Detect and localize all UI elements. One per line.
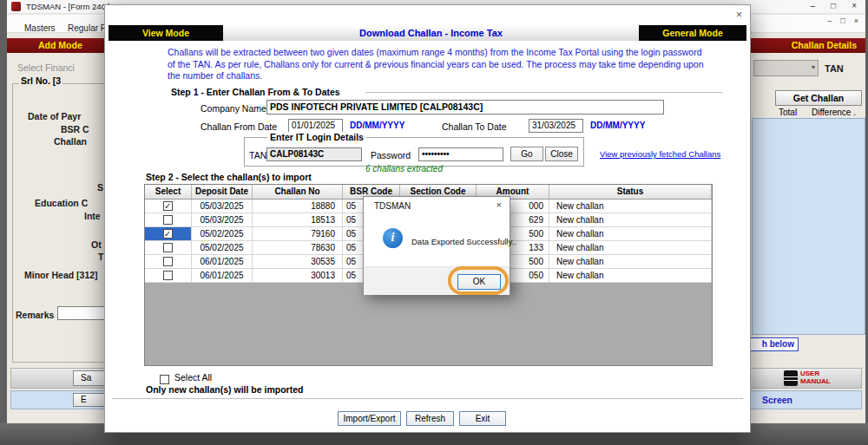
company-name-label: Company Name — [201, 103, 266, 114]
select-all-checkbox[interactable] — [160, 375, 169, 384]
to-date-label: Challan To Date — [442, 121, 507, 132]
from-date-format-hint: DD/MM/YYYY — [350, 121, 404, 130]
banner-challan-details[interactable]: Challan Details — [792, 40, 857, 50]
checkbox-icon[interactable] — [163, 229, 173, 239]
info-icon: i — [383, 228, 403, 248]
col-select[interactable]: Select — [145, 185, 192, 199]
company-name-input[interactable]: PDS INFOTECH PRIVATE LIMITED [CALP08143C… — [266, 100, 664, 115]
row2-deposit-date: 05/03/2025 — [192, 213, 253, 226]
dialog-close-icon[interactable]: × — [736, 9, 742, 21]
difference-column-header: Difference . — [812, 108, 856, 117]
bsr-code-label: BSR C — [61, 124, 89, 134]
row2-challan-no: 18513 — [253, 213, 343, 226]
interest-label: Inte — [84, 211, 101, 221]
step1-label: Step 1 - Enter Challan From & To Dates — [171, 87, 340, 97]
challans-extracted-note: 6 challans extracted — [365, 164, 443, 173]
password-field-label: Password — [371, 150, 411, 160]
general-mode-tab[interactable]: General Mode — [639, 25, 746, 41]
row3-select-cell[interactable] — [145, 227, 192, 240]
go-button[interactable]: Go — [510, 147, 543, 161]
row1-deposit-date: 05/03/2025 — [192, 200, 253, 213]
to-date-format-hint: DD/MM/YYYY — [590, 121, 645, 130]
import-export-button[interactable]: Import/Export — [338, 411, 401, 426]
exit-button[interactable]: Exit — [459, 411, 506, 426]
row3-status: New challan — [549, 227, 712, 240]
menu-masters[interactable]: Masters — [24, 23, 56, 33]
mdi-window-controls: – □ × — [827, 16, 858, 25]
message-box-title: TDSMAN — [374, 201, 411, 211]
checkbox-icon[interactable] — [163, 201, 173, 211]
srl-no-label: Srl No. [3 — [19, 75, 62, 86]
minor-head-label: Minor Head [312] — [24, 270, 98, 280]
remarks-label: Remarks — [16, 310, 54, 320]
challan-side-panel — [752, 118, 865, 335]
row6-select-cell[interactable] — [145, 269, 192, 282]
checkbox-icon[interactable] — [163, 271, 173, 280]
other-label: Ot — [91, 239, 102, 250]
close-icon[interactable]: × — [852, 1, 857, 10]
col-deposit-date[interactable]: Deposit Date — [192, 185, 253, 199]
import-note: Only new challan(s) will be imported — [146, 384, 303, 395]
row1-challan-no: 18880 — [253, 200, 343, 213]
mdi-minimize-icon[interactable]: – — [827, 16, 832, 25]
footer-divider — [112, 398, 743, 400]
banner-add-mode[interactable]: Add Mode — [38, 40, 82, 50]
dialog-description: Challans will be extracted between two g… — [168, 47, 704, 82]
window-controls: – □ × — [811, 1, 857, 10]
tan-input[interactable]: CALP08143C — [266, 147, 362, 161]
row1-select-cell[interactable] — [145, 200, 192, 213]
step2-label: Step 2 - Select the challan(s) to import — [146, 172, 312, 182]
to-date-input[interactable]: 31/03/2025 — [529, 119, 583, 133]
select-all-label: Select All — [174, 372, 212, 383]
mdi-close-icon[interactable]: × — [854, 16, 858, 25]
row4-select-cell[interactable] — [145, 241, 192, 254]
remarks-input[interactable] — [57, 306, 106, 320]
user-manual-link[interactable]: USER MANUAL — [800, 370, 831, 385]
user-manual-icon[interactable] — [784, 370, 798, 386]
ok-button[interactable]: OK — [457, 274, 501, 290]
password-input[interactable]: ••••••••• — [418, 147, 503, 161]
row2-select-cell[interactable] — [145, 213, 192, 226]
window-title: TDSMAN - [Form 24Q] — [26, 2, 110, 11]
get-challan-button[interactable]: Get Challan — [775, 90, 862, 106]
select-financial-year-label: Select Financi — [17, 62, 75, 73]
row4-challan-no: 78630 — [253, 241, 343, 254]
row4-status: New challan — [549, 241, 712, 254]
message-box-footer: OK — [364, 266, 510, 295]
col-status[interactable]: Status — [549, 185, 712, 199]
challan-form-groupbox — [12, 83, 106, 363]
refresh-button[interactable]: Refresh — [406, 411, 454, 426]
row3-challan-no: 79160 — [253, 227, 343, 240]
row5-challan-no: 30535 — [253, 255, 343, 268]
total-label: T — [98, 252, 103, 262]
step1-divider — [365, 92, 722, 94]
mdi-restore-icon[interactable]: □ — [840, 16, 845, 25]
checkbox-icon[interactable] — [163, 243, 173, 252]
tan-field-label: TAN — [249, 150, 266, 160]
tdsman-message-box: TDSMAN × i Data Exported Successfully.. … — [363, 196, 510, 295]
row6-status: New challan — [549, 269, 712, 282]
row2-status: New challan — [549, 213, 712, 226]
checkbox-icon[interactable] — [163, 257, 173, 266]
checkbox-icon[interactable] — [163, 215, 173, 225]
view-fetched-challans-link[interactable]: View previously fetched Challans — [600, 149, 720, 159]
row5-status: New challan — [549, 255, 712, 268]
total-column-header: Total — [779, 108, 797, 117]
minimize-icon[interactable]: – — [811, 1, 816, 10]
full-screen-label[interactable]: Screen — [762, 395, 792, 405]
message-box-close-icon[interactable]: × — [496, 200, 502, 210]
message-box-text: Data Exported Successfully.. — [411, 237, 516, 246]
user-manual-line2: MANUAL — [800, 377, 831, 385]
date-of-payment-label: Date of Payr — [28, 111, 81, 121]
chevron-down-icon: ▾ — [812, 63, 815, 71]
maximize-icon[interactable]: □ — [831, 1, 836, 10]
view-mode-tab[interactable]: View Mode — [108, 25, 223, 41]
from-date-input[interactable]: 01/01/2025 — [288, 119, 343, 133]
row5-select-cell[interactable] — [145, 255, 192, 268]
close-button[interactable]: Close — [545, 147, 578, 161]
financial-year-dropdown[interactable]: ▾ — [753, 60, 819, 76]
dialog-header: View Mode Download Challan - Income Tax … — [108, 25, 746, 41]
col-challan-no[interactable]: Challan No — [253, 185, 343, 199]
row6-deposit-date: 06/01/2025 — [192, 269, 253, 282]
tan-label: TAN — [825, 63, 844, 74]
